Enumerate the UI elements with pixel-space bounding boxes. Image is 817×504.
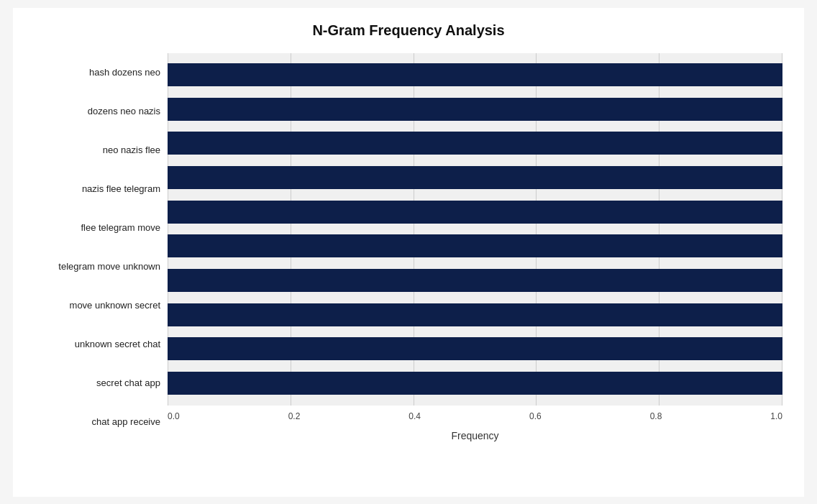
bar [168, 303, 782, 326]
bar [168, 166, 782, 189]
bars-section [168, 53, 782, 406]
bar [168, 372, 782, 395]
y-axis-label: chat app receive [35, 416, 160, 428]
x-tick: 0.2 [288, 411, 301, 427]
y-axis-label: flee telegram move [35, 222, 160, 234]
chart-title: N-Gram Frequency Analysis [35, 22, 782, 39]
y-axis-label: neo nazis flee [35, 145, 160, 156]
bar-row [168, 367, 782, 400]
y-axis-label: hash dozens neo [35, 67, 160, 78]
bar-row [168, 230, 782, 262]
bar [168, 201, 782, 224]
bar-row [168, 196, 782, 228]
chart-area: hash dozens neodozens neo nazisneo nazis… [35, 53, 782, 441]
bar [168, 234, 782, 257]
y-axis-label: dozens neo nazis [35, 106, 160, 117]
x-axis: 0.00.20.40.60.81.0 [168, 406, 782, 427]
x-tick: 0.0 [168, 411, 180, 427]
x-axis-label: Frequency [168, 430, 782, 441]
bar [168, 132, 782, 155]
bar-row [168, 265, 782, 297]
bar [168, 337, 782, 360]
bar-row [168, 59, 782, 91]
chart-container: N-Gram Frequency Analysis hash dozens ne… [13, 8, 804, 497]
bar-row [168, 298, 782, 331]
bar [168, 269, 782, 292]
y-axis-label: secret chat app [35, 377, 160, 389]
x-tick: 0.6 [529, 411, 542, 427]
y-axis-label: move unknown secret [35, 300, 160, 311]
bar [168, 98, 782, 121]
bar-row [168, 162, 782, 194]
bar-row [168, 93, 782, 125]
x-tick: 0.8 [650, 411, 662, 427]
y-axis-label: telegram move unknown [35, 261, 160, 272]
bar [168, 63, 782, 86]
bars-and-x: 0.00.20.40.60.81.0 Frequency [168, 53, 782, 441]
y-axis-label: nazis flee telegram [35, 183, 160, 195]
bar-row [168, 127, 782, 160]
bar-row [168, 333, 782, 365]
y-axis: hash dozens neodozens neo nazisneo nazis… [35, 53, 168, 441]
x-tick: 0.4 [408, 411, 421, 427]
y-axis-label: unknown secret chat [35, 339, 160, 350]
x-tick: 1.0 [770, 411, 782, 427]
bars-wrapper [168, 53, 782, 406]
